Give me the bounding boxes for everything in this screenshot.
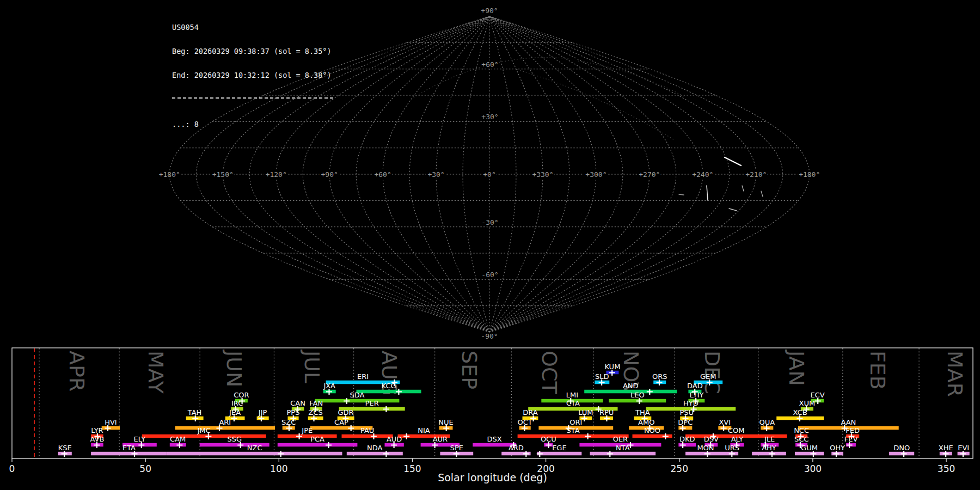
shower-peak-cross: [522, 425, 528, 431]
shower-peak-cross: [217, 425, 223, 431]
shower-bar: [518, 434, 629, 438]
shower-bar: [537, 452, 581, 456]
longitude-label: +330°: [532, 170, 553, 179]
shower-code-label: AVB: [90, 435, 104, 443]
shower-row-7: LYRJMCJPEPAUNIASTANOOCOMNCCFED: [91, 426, 860, 440]
x-axis-tick-label: 50: [139, 463, 151, 474]
radiant-viewer-window: +90°-90°+60°+30°-30°-60°+180°+150°+120°+…: [0, 0, 980, 490]
shower-EVI: EVI: [958, 444, 970, 457]
pole-label-north: +90°: [481, 7, 498, 15]
shower-SLD: SLD: [595, 372, 609, 386]
x-axis-tick-label: 250: [671, 463, 688, 474]
meteor-trail-line: [679, 194, 684, 195]
plot-canvas: +90°-90°+60°+30°-30°-60°+180°+150°+120°+…: [0, 0, 980, 490]
shower-code-label: KSE: [58, 444, 72, 452]
shower-JIP: JIP: [257, 408, 269, 422]
shower-code-label: PER: [365, 399, 379, 407]
shower-JXA: JXA: [323, 382, 335, 395]
shower-CAM: CAM: [170, 435, 186, 449]
shower-bar: [795, 452, 824, 456]
shower-bar: [175, 426, 275, 430]
shower-bar: [342, 434, 393, 438]
shower-peak-cross: [815, 398, 821, 404]
shower-AHY: AHY: [752, 444, 786, 457]
shower-code-label: FED: [846, 426, 860, 434]
shower-DNO: DNO: [889, 444, 914, 457]
longitude-label: +180°: [159, 170, 180, 179]
shower-code-label: XUM: [799, 399, 816, 407]
shower-peak-cross: [546, 442, 552, 448]
shower-AVB: AVB: [90, 435, 104, 449]
shower-code-label: XCB: [793, 408, 807, 416]
meteor-trails: [679, 157, 763, 211]
shower-code-label: GEM: [700, 372, 716, 381]
shower-DKD: DKD: [678, 435, 696, 449]
shower-code-label: ETA: [122, 444, 136, 452]
meteor-trail-line: [761, 191, 763, 197]
shower-code-label: ECV: [810, 391, 824, 399]
shower-peak-cross: [657, 379, 663, 385]
shower-URS: URS: [725, 444, 739, 457]
shower-peak-cross: [432, 442, 438, 448]
latitude-label: +30°: [481, 113, 498, 121]
shower-bar: [91, 452, 167, 456]
shower-peak-cross: [62, 451, 68, 457]
shower-code-label: DSV: [704, 435, 719, 443]
shower-code-label: AMO: [638, 418, 654, 426]
x-axis: 050100150200250300350Solar longitude (de…: [9, 458, 955, 483]
month-label: OCT: [537, 351, 561, 394]
shower-peak-cross: [383, 451, 389, 457]
shower-peak-cross: [764, 425, 770, 431]
month-label: JUL: [300, 350, 324, 383]
longitude-label: +30°: [427, 170, 444, 179]
shower-peak-cross: [231, 415, 237, 421]
shower-DPC: DPC: [678, 418, 693, 432]
shower-peak-cross: [729, 451, 735, 457]
shower-peak-cross: [943, 451, 949, 457]
begin-time-line: Beg: 20260329 09:38:37 (sol = 8.35°): [172, 47, 333, 56]
shower-code-label: AUR: [433, 435, 448, 443]
shower-HVI: HVI: [102, 418, 120, 432]
shower-bar: [590, 452, 656, 456]
shower-peak-cross: [383, 406, 389, 412]
shower-peak-cross: [609, 370, 615, 376]
shower-code-label: CTA: [566, 399, 580, 407]
shower-peak-cross: [680, 442, 686, 448]
shower-code-label: IRC: [231, 399, 243, 407]
shower-code-label: ORI: [569, 418, 582, 426]
meteor-trail-line: [729, 209, 737, 211]
shower-peak-cross: [663, 433, 669, 439]
month-label: JUN: [222, 350, 246, 387]
shower-code-label: JEA: [229, 408, 241, 416]
shower-OHY: OHY: [830, 444, 845, 457]
shower-code-label: MON: [697, 444, 714, 452]
shower-peak-cross: [443, 425, 449, 431]
shower-code-label: QUA: [759, 418, 775, 426]
shower-peak-cross: [403, 433, 409, 439]
shower-peak-cross: [647, 389, 653, 395]
shower-code-label: HVI: [105, 418, 117, 426]
latitude-label: +60°: [481, 60, 498, 69]
shower-KSE: KSE: [58, 444, 72, 457]
shower-peak-cross: [847, 442, 853, 448]
shower-peak-cross: [680, 425, 686, 431]
shower-peak-cross: [348, 425, 354, 431]
echo-arc: [517, 70, 675, 140]
month-label: MAY: [144, 351, 168, 394]
shower-code-label: GDR: [338, 408, 354, 416]
shower-bar: [167, 452, 342, 456]
shower-code-label: LUM: [578, 408, 593, 416]
x-axis-tick-label: 350: [938, 463, 955, 474]
shower-code-label: NCC: [794, 426, 809, 434]
shower-code-label: OHY: [830, 444, 845, 452]
shower-code-label: NIA: [418, 426, 430, 434]
shower-peak-cross: [636, 398, 642, 404]
shower-code-label: AHY: [762, 444, 776, 452]
month-label: APR: [65, 351, 89, 391]
shower-peak-cross: [105, 425, 111, 431]
shower-peak-cross: [132, 451, 138, 457]
shower-peak-cross: [705, 451, 710, 457]
x-axis-tick-label: 150: [403, 463, 421, 474]
shower-peak-cross: [138, 442, 144, 448]
shower-NUE: NUE: [438, 418, 453, 432]
